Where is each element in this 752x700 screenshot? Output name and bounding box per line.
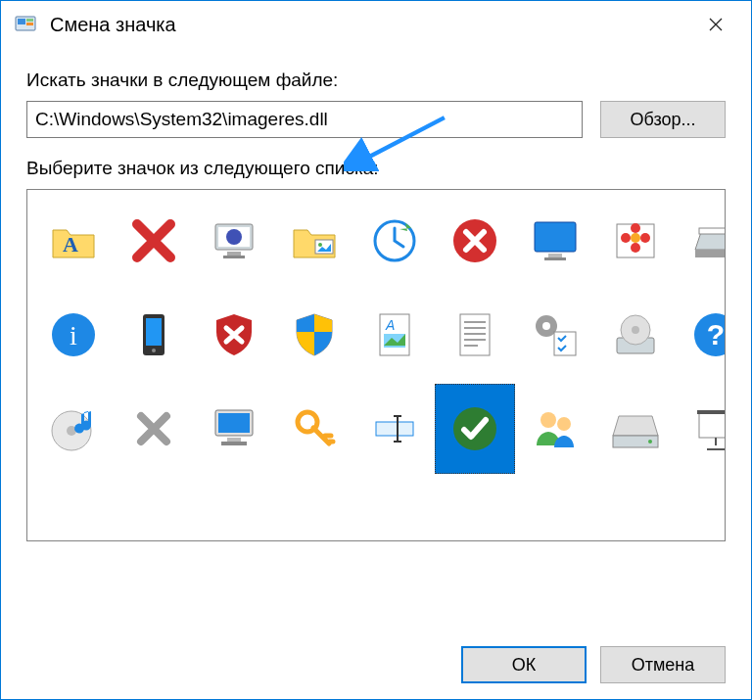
computer-icon-graphic <box>205 399 263 458</box>
help-blue-icon-graphic: ? <box>686 305 726 364</box>
drive-icon[interactable] <box>595 384 676 474</box>
app-icon <box>13 12 38 37</box>
svg-point-39 <box>540 412 556 428</box>
svg-rect-11 <box>146 318 162 346</box>
svg-point-37 <box>542 322 550 330</box>
close-button[interactable] <box>688 5 743 44</box>
key-icon-graphic <box>285 399 344 458</box>
svg-point-40 <box>557 417 571 431</box>
shield-x-icon-graphic <box>205 305 263 364</box>
svg-text:?: ? <box>707 318 725 350</box>
svg-point-43 <box>631 223 640 233</box>
success-green-check-icon[interactable] <box>435 384 515 474</box>
gear-checklist-icon[interactable] <box>515 290 595 380</box>
gear-checklist-icon-graphic <box>526 305 585 364</box>
folder-pictures-icon[interactable] <box>274 196 354 286</box>
red-x-icon-graphic <box>124 211 183 270</box>
error-red-circle-icon-graphic <box>446 211 504 270</box>
svg-point-45 <box>621 233 631 243</box>
monitor-orb-icon[interactable] <box>194 196 274 286</box>
disc-install-icon[interactable] <box>595 290 676 380</box>
clock-update-icon[interactable] <box>354 196 435 286</box>
svg-rect-1 <box>18 19 25 24</box>
svg-point-46 <box>631 243 640 253</box>
svg-text:i: i <box>70 320 77 350</box>
scanner-icon[interactable] <box>676 196 726 286</box>
cd-music-icon-graphic <box>44 399 103 458</box>
svg-point-23 <box>318 243 322 247</box>
svg-rect-33 <box>535 222 576 252</box>
path-row: Обзор... <box>26 101 726 138</box>
folder-pictures-icon-graphic <box>285 211 344 270</box>
key-icon[interactable] <box>274 384 354 474</box>
svg-rect-53 <box>695 250 726 257</box>
svg-rect-29 <box>376 422 413 436</box>
dialog-footer: ОК Отмена <box>1 630 751 699</box>
gray-x-icon[interactable] <box>114 384 194 474</box>
document-image-icon[interactable]: A <box>354 290 435 380</box>
info-blue-icon[interactable]: i <box>33 290 114 380</box>
browse-button[interactable]: Обзор... <box>600 101 726 138</box>
document-lines-icon[interactable] <box>435 290 515 380</box>
svg-rect-3 <box>26 23 33 25</box>
svg-text:A: A <box>385 317 395 333</box>
desktop-blue-icon[interactable] <box>515 196 595 286</box>
users-pair-icon-graphic <box>526 399 585 458</box>
projector-screen-icon[interactable] <box>676 384 726 474</box>
svg-rect-21 <box>221 442 247 445</box>
help-blue-icon[interactable]: ? <box>676 290 726 380</box>
window-title: Смена значка <box>50 14 688 36</box>
success-green-check-icon-graphic <box>446 399 504 458</box>
svg-rect-56 <box>699 412 726 438</box>
cd-music-icon[interactable] <box>33 384 114 474</box>
document-image-icon-graphic: A <box>365 305 424 364</box>
list-label: Выберите значок из следующего списка: <box>26 158 726 179</box>
svg-rect-20 <box>227 438 241 442</box>
rename-caret-icon[interactable] <box>354 384 435 474</box>
picture-flower-icon[interactable] <box>595 196 676 286</box>
path-label: Искать значки в следующем файле: <box>26 70 726 91</box>
monitor-orb-icon-graphic <box>205 211 263 270</box>
svg-rect-57 <box>697 410 726 414</box>
red-x-icon[interactable] <box>114 196 194 286</box>
svg-point-44 <box>640 233 650 243</box>
svg-rect-34 <box>548 254 562 257</box>
computer-icon[interactable] <box>194 384 274 474</box>
svg-rect-2 <box>26 19 33 22</box>
info-blue-icon-graphic: i <box>44 305 103 364</box>
svg-point-12 <box>152 349 156 352</box>
svg-rect-19 <box>218 413 250 433</box>
folder-font-a-icon-graphic: A <box>44 211 103 270</box>
smartphone-icon[interactable] <box>114 290 194 380</box>
svg-point-15 <box>226 229 242 245</box>
users-pair-icon[interactable] <box>515 384 595 474</box>
scanner-icon-graphic <box>686 211 726 270</box>
document-lines-icon-graphic <box>446 305 504 364</box>
svg-text:A: A <box>63 232 78 257</box>
icon-list[interactable]: AiA?!!? <box>26 189 726 541</box>
folder-font-a-icon[interactable]: A <box>33 196 114 286</box>
svg-rect-52 <box>699 228 726 234</box>
rename-caret-icon-graphic <box>365 399 424 458</box>
svg-point-51 <box>648 440 652 443</box>
icon-path-input[interactable] <box>26 101 583 138</box>
titlebar: Смена значка <box>1 1 751 48</box>
uac-shield-icon-graphic <box>285 305 344 364</box>
ok-button[interactable]: ОК <box>461 646 587 683</box>
svg-rect-17 <box>223 256 245 258</box>
gray-x-icon-graphic <box>124 399 183 458</box>
clock-update-icon-graphic <box>365 211 424 270</box>
svg-rect-35 <box>544 257 566 260</box>
picture-flower-icon-graphic <box>606 211 665 270</box>
disc-install-icon-graphic <box>606 305 665 364</box>
svg-point-42 <box>631 233 640 243</box>
error-red-circle-icon[interactable] <box>435 196 515 286</box>
dialog-content: Искать значки в следующем файле: Обзор..… <box>1 48 751 630</box>
projector-screen-icon-graphic <box>686 399 726 458</box>
svg-rect-16 <box>227 252 241 256</box>
shield-x-icon[interactable] <box>194 290 274 380</box>
cancel-button[interactable]: Отмена <box>600 646 726 683</box>
uac-shield-icon[interactable] <box>274 290 354 380</box>
drive-icon-graphic <box>606 399 665 458</box>
svg-point-49 <box>632 326 639 334</box>
